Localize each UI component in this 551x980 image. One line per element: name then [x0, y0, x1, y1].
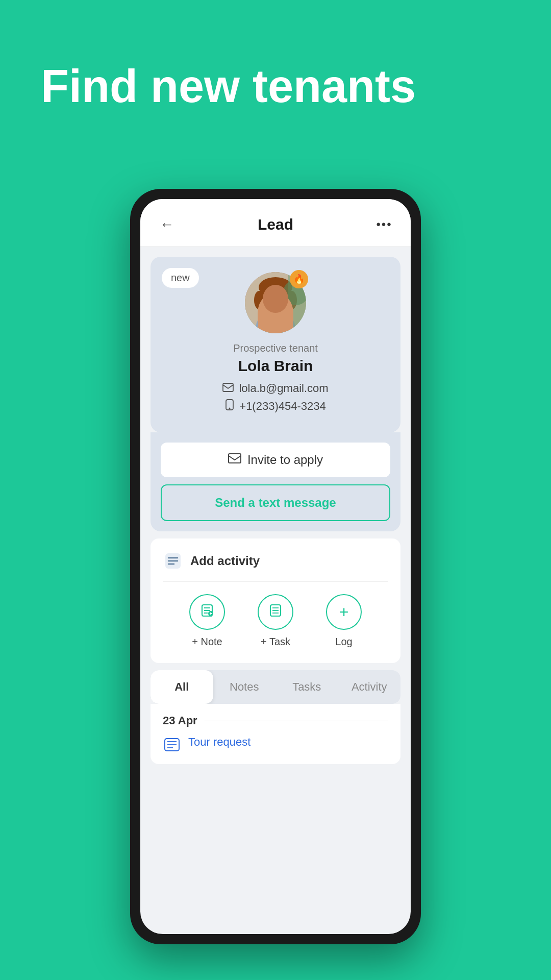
- log-action[interactable]: + Log: [326, 594, 362, 648]
- invite-envelope-icon: [228, 453, 241, 467]
- more-options-button[interactable]: •••: [373, 213, 395, 236]
- tabs-header: All Notes Tasks Activity: [151, 670, 400, 704]
- back-arrow-icon: ←: [160, 216, 174, 233]
- note-circle: [189, 594, 225, 630]
- more-dots-icon: •••: [376, 217, 392, 232]
- action-buttons-container: Invite to apply Send a text message: [151, 432, 400, 531]
- invite-label: Invite to apply: [247, 453, 323, 467]
- add-note-action[interactable]: + Note: [189, 594, 225, 648]
- send-text-message-button[interactable]: Send a text message: [161, 484, 390, 521]
- add-task-action[interactable]: + Task: [258, 594, 293, 648]
- app-header: ← Lead •••: [140, 199, 411, 247]
- date-label: 23 Apr: [163, 714, 197, 727]
- avatar-container: 🔥: [245, 272, 306, 333]
- timeline-item[interactable]: Tour request: [163, 736, 388, 754]
- svg-point-8: [279, 296, 284, 302]
- date-divider: [205, 721, 388, 721]
- phone-row: +1(233)454-3234: [225, 399, 325, 413]
- tab-notes[interactable]: Notes: [213, 670, 276, 704]
- timeline-section: 23 Apr Tour request: [151, 704, 400, 764]
- log-label: Log: [335, 636, 352, 648]
- tab-all[interactable]: All: [151, 670, 213, 704]
- svg-rect-13: [223, 383, 233, 391]
- svg-point-5: [254, 291, 264, 309]
- task-icon: [268, 603, 283, 622]
- date-row: 23 Apr: [163, 714, 388, 727]
- tenant-name: Lola Brain: [238, 357, 313, 375]
- phone-mockup: ← Lead ••• new: [130, 189, 421, 944]
- note-label: + Note: [192, 636, 222, 648]
- svg-point-1: [256, 313, 295, 333]
- tour-request-icon: [163, 736, 181, 754]
- email-icon: [222, 383, 234, 395]
- log-icon: +: [339, 603, 349, 622]
- log-circle: +: [326, 594, 362, 630]
- phone-screen: ← Lead ••• new: [140, 199, 411, 934]
- task-label: + Task: [261, 636, 290, 648]
- svg-rect-2: [270, 310, 281, 321]
- fire-badge-icon: 🔥: [290, 270, 308, 288]
- tabs-section: All Notes Tasks Activity: [151, 670, 400, 704]
- tenant-role-label: Prospective tenant: [233, 342, 318, 354]
- activity-actions: + Note + Task: [163, 582, 388, 653]
- profile-card: new: [151, 257, 400, 432]
- activity-section: Add activity: [151, 538, 400, 663]
- back-button[interactable]: ←: [156, 213, 178, 236]
- svg-point-7: [267, 296, 272, 302]
- new-badge: new: [162, 268, 199, 288]
- svg-rect-16: [229, 454, 241, 463]
- svg-point-9: [268, 298, 271, 301]
- tab-activity[interactable]: Activity: [338, 670, 401, 704]
- phone-value: +1(233)454-3234: [239, 400, 325, 413]
- svg-point-10: [281, 298, 284, 301]
- page-heading: Find new tenants: [41, 61, 416, 112]
- text-msg-label: Send a text message: [215, 496, 336, 510]
- activity-header: Add activity: [163, 551, 388, 582]
- email-row: lola.b@gmail.com: [222, 382, 328, 395]
- email-value: lola.b@gmail.com: [239, 382, 328, 395]
- invite-to-apply-button[interactable]: Invite to apply: [161, 443, 390, 477]
- phone-icon: [225, 399, 234, 413]
- task-circle: [258, 594, 293, 630]
- note-icon: [199, 603, 215, 622]
- svg-point-15: [229, 408, 231, 409]
- header-title: Lead: [258, 216, 293, 233]
- activity-title: Add activity: [190, 554, 260, 568]
- tour-request-label: Tour request: [188, 736, 251, 749]
- activity-list-icon: [163, 551, 183, 571]
- tab-tasks[interactable]: Tasks: [276, 670, 338, 704]
